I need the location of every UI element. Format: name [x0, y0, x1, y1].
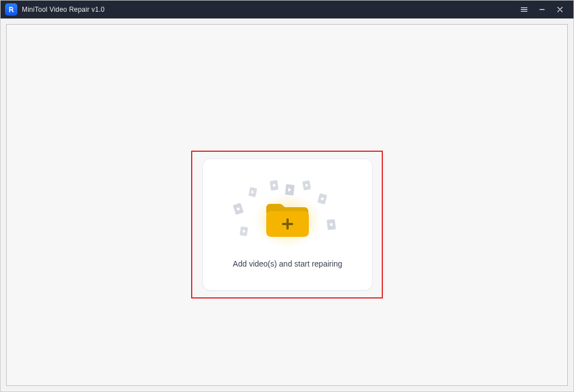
video-file-icon [248, 187, 257, 197]
app-logo [5, 3, 17, 16]
minimize-button[interactable] [533, 1, 551, 18]
svg-rect-2 [521, 11, 527, 12]
file-icon [240, 226, 248, 236]
close-icon [556, 5, 564, 14]
video-file-icon [285, 184, 294, 195]
logo-r-icon [7, 6, 15, 13]
dropzone-caption: Add video(s) and start repairing [233, 259, 342, 268]
drop-illustration [232, 181, 344, 254]
folder-plus-icon [262, 200, 313, 241]
svg-rect-0 [521, 7, 527, 8]
titlebar[interactable]: MiniTool Video Repair v1.0 [1, 1, 573, 18]
svg-rect-3 [539, 9, 544, 10]
file-icon [302, 180, 311, 190]
add-videos-dropzone[interactable]: Add video(s) and start repairing [202, 158, 373, 291]
file-icon [270, 180, 279, 191]
file-icon [233, 203, 243, 215]
svg-rect-1 [521, 9, 527, 10]
svg-rect-6 [282, 223, 293, 225]
close-button[interactable] [551, 1, 569, 18]
file-icon [327, 219, 336, 230]
file-icon [317, 193, 327, 204]
menu-icon [520, 5, 529, 14]
app-window: MiniTool Video Repair v1.0 [0, 0, 574, 392]
menu-button[interactable] [515, 1, 533, 18]
window-title: MiniTool Video Repair v1.0 [22, 6, 105, 13]
minimize-icon [538, 5, 547, 14]
client-area: Add video(s) and start repairing [1, 18, 573, 391]
